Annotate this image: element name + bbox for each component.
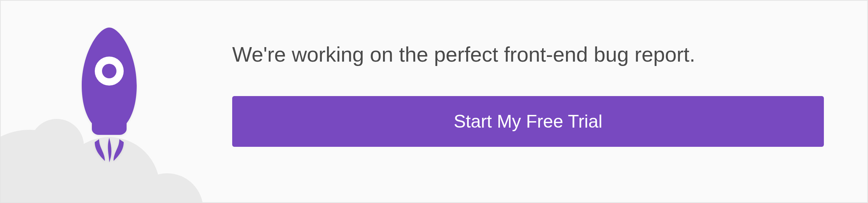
- banner-headline: We're working on the perfect front-end b…: [232, 42, 824, 67]
- promo-banner: We're working on the perfect front-end b…: [0, 0, 868, 203]
- cloud-bump: [131, 173, 203, 203]
- svg-point-1: [102, 64, 116, 78]
- start-free-trial-button[interactable]: Start My Free Trial: [232, 96, 824, 147]
- rocket-icon: [66, 26, 153, 164]
- banner-content: We're working on the perfect front-end b…: [232, 1, 824, 202]
